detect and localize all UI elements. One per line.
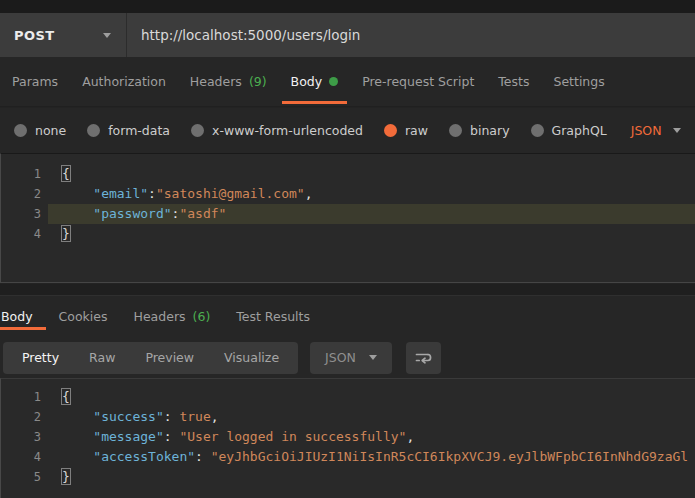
code-line[interactable]: 2 "success": true, <box>1 407 695 427</box>
language-label: JSON <box>325 350 356 365</box>
code-text: { <box>62 166 70 181</box>
mode-x-www-form-urlencoded[interactable]: x-www-form-urlencoded <box>191 123 363 138</box>
radio-icon <box>87 124 100 137</box>
code-text: "password":"asdf" <box>62 206 226 221</box>
code-line[interactable]: 3 "password":"asdf" <box>1 204 695 224</box>
request-body-editor[interactable]: 1{2 "email":"satoshi@gmail.com",3 "passw… <box>0 153 695 283</box>
code-line[interactable]: 1{ <box>1 387 695 407</box>
line-number: 4 <box>1 224 41 244</box>
mode-label: GraphQL <box>552 123 607 138</box>
radio-icon <box>449 124 462 137</box>
tab-label: Pre-request Script <box>362 74 474 89</box>
code-text: "email":"satoshi@gmail.com", <box>62 186 312 201</box>
response-tab-test-results[interactable]: Test Results <box>223 296 323 337</box>
wrap-text-button[interactable] <box>406 342 441 374</box>
line-number: 2 <box>1 407 41 427</box>
code-text: "accessToken": "eyJhbGciOiJIUzI1NiIsInR5… <box>62 449 688 464</box>
radio-icon <box>191 124 204 137</box>
tab-headers[interactable]: Headers (9) <box>178 57 279 106</box>
code-text: "message": "User logged in successfully"… <box>62 429 414 444</box>
radio-icon <box>531 124 544 137</box>
http-method-dropdown[interactable]: POST <box>0 13 127 57</box>
chevron-down-icon <box>103 33 111 38</box>
response-toolbar: Pretty Raw Preview Visualize JSON <box>0 337 695 378</box>
code-text: } <box>62 469 70 484</box>
mode-label: binary <box>470 123 510 138</box>
tab-label: Test Results <box>236 309 310 324</box>
line-number: 3 <box>1 204 41 224</box>
response-tabs: Body Cookies Headers (6) Test Results <box>0 295 695 337</box>
request-url-bar: POST http://localhost:5000/users/login <box>0 13 695 57</box>
tab-label: Body <box>291 74 323 89</box>
http-method-label: POST <box>14 28 54 43</box>
tab-label: Body <box>1 309 33 324</box>
mode-binary[interactable]: binary <box>449 123 510 138</box>
wrap-text-icon <box>413 348 433 368</box>
tab-tests[interactable]: Tests <box>486 57 541 106</box>
code-text: { <box>62 389 70 404</box>
mode-label: form-data <box>108 123 170 138</box>
code-text: "success": true, <box>62 409 219 424</box>
view-preview[interactable]: Preview <box>130 350 209 365</box>
raw-language-dropdown[interactable]: JSON <box>631 123 681 138</box>
tab-label: Authorization <box>82 74 166 89</box>
line-number: 5 <box>1 467 41 487</box>
chevron-down-icon <box>369 355 377 360</box>
url-input[interactable]: http://localhost:5000/users/login <box>127 13 695 57</box>
tab-label: Settings <box>553 74 604 89</box>
panel-divider[interactable] <box>0 284 695 295</box>
code-line[interactable]: 4 "accessToken": "eyJhbGciOiJIUzI1NiIsIn… <box>1 447 695 467</box>
view-raw[interactable]: Raw <box>74 350 130 365</box>
code-text: } <box>62 226 70 241</box>
code-line[interactable]: 5} <box>1 467 695 487</box>
response-body-editor[interactable]: 1{2 "success": true,3 "message": "User l… <box>0 378 695 498</box>
response-tab-body[interactable]: Body <box>0 296 46 337</box>
code-line[interactable]: 3 "message": "User logged in successfull… <box>1 427 695 447</box>
language-label: JSON <box>631 123 662 138</box>
mode-label: x-www-form-urlencoded <box>212 123 363 138</box>
mode-form-data[interactable]: form-data <box>87 123 170 138</box>
view-visualize[interactable]: Visualize <box>209 350 294 365</box>
tab-label: Params <box>12 74 58 89</box>
tab-label: Headers <box>190 74 242 89</box>
code-line[interactable]: 1{ <box>1 164 695 184</box>
tab-pre-request-script[interactable]: Pre-request Script <box>350 57 486 106</box>
mode-none[interactable]: none <box>14 123 66 138</box>
response-tab-headers[interactable]: Headers (6) <box>121 296 224 337</box>
chevron-down-icon <box>673 128 681 133</box>
line-number: 2 <box>1 184 41 204</box>
headers-count-badge: (6) <box>193 309 211 324</box>
tab-label: Tests <box>498 74 529 89</box>
radio-icon <box>14 124 27 137</box>
mode-graphql[interactable]: GraphQL <box>531 123 607 138</box>
response-language-dropdown[interactable]: JSON <box>310 342 392 374</box>
mode-raw[interactable]: raw <box>384 123 428 138</box>
line-number: 1 <box>1 164 41 184</box>
line-number: 4 <box>1 447 41 467</box>
tab-label: Cookies <box>59 309 108 324</box>
body-mode-row: none form-data x-www-form-urlencoded raw… <box>0 108 695 153</box>
tab-params[interactable]: Params <box>0 57 70 106</box>
line-number: 1 <box>1 387 41 407</box>
line-number: 3 <box>1 427 41 447</box>
response-view-switcher: Pretty Raw Preview Visualize <box>3 342 298 374</box>
tab-label: Headers <box>134 309 186 324</box>
radio-selected-icon <box>384 124 397 137</box>
headers-count-badge: (9) <box>249 74 267 89</box>
code-line[interactable]: 2 "email":"satoshi@gmail.com", <box>1 184 695 204</box>
tab-authorization[interactable]: Authorization <box>70 57 178 106</box>
view-pretty[interactable]: Pretty <box>7 350 74 365</box>
request-tabs: Params Authorization Headers (9) Body Pr… <box>0 57 695 107</box>
mode-label: raw <box>405 123 428 138</box>
tab-settings[interactable]: Settings <box>541 57 616 106</box>
code-line[interactable]: 4} <box>1 224 695 244</box>
body-filled-dot-icon <box>329 77 338 86</box>
tab-body[interactable]: Body <box>279 57 351 106</box>
url-text: http://localhost:5000/users/login <box>141 27 360 43</box>
window-top-strip <box>0 0 695 13</box>
response-tab-cookies[interactable]: Cookies <box>46 296 121 337</box>
mode-label: none <box>35 123 66 138</box>
